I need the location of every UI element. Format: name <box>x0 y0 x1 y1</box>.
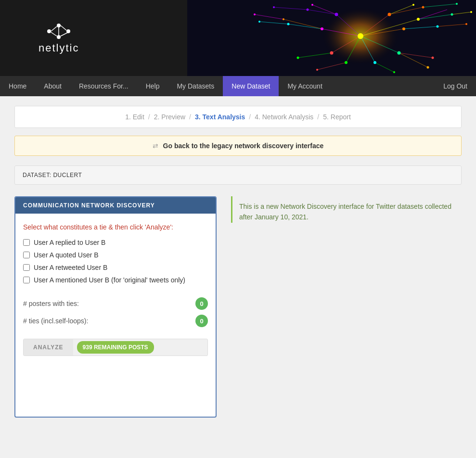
svg-point-51 <box>437 25 439 28</box>
svg-point-66 <box>273 6 275 8</box>
stat-ties-value: 0 <box>195 315 208 327</box>
svg-point-54 <box>432 57 434 59</box>
checkbox-replied-input[interactable] <box>23 239 30 246</box>
svg-point-67 <box>258 21 260 23</box>
logo-text: netlytic <box>39 42 79 54</box>
svg-point-49 <box>345 61 347 64</box>
svg-point-44 <box>398 51 401 55</box>
svg-point-60 <box>283 18 284 20</box>
nav-resources[interactable]: Resources For... <box>70 76 137 96</box>
analyze-row: ANALYZE 939 REMAINING POSTS <box>23 339 208 356</box>
step-5[interactable]: 5. Report <box>323 113 351 121</box>
checkbox-mentioned-input[interactable] <box>23 277 30 283</box>
svg-point-43 <box>417 18 420 21</box>
network-visualization <box>187 0 476 76</box>
svg-point-61 <box>297 57 299 59</box>
stat-posters-value: 0 <box>195 297 208 310</box>
svg-point-58 <box>311 4 313 6</box>
checkbox-mentioned-label: User A mentioned User B (for 'original' … <box>34 276 185 284</box>
stat-ties-label: # ties (incl.self-loops): <box>23 317 88 325</box>
checkbox-quoted: User A quoted User B <box>23 251 208 259</box>
legacy-link[interactable]: Go back to the legacy network discovery … <box>163 142 324 150</box>
checkbox-quoted-label: User A quoted User B <box>34 251 99 259</box>
svg-point-48 <box>330 51 334 55</box>
svg-point-56 <box>393 71 395 73</box>
svg-point-52 <box>451 13 453 16</box>
nav-help[interactable]: Help <box>137 76 168 96</box>
svg-point-63 <box>456 3 458 5</box>
step-2[interactable]: 2. Preview <box>154 113 185 121</box>
svg-point-55 <box>427 66 429 69</box>
step-1[interactable]: 1. Edit <box>125 113 144 121</box>
svg-point-65 <box>470 11 472 13</box>
info-panel: This is a new Network Discovery interfac… <box>231 196 462 223</box>
svg-point-3 <box>57 35 61 39</box>
legacy-banner: ⇄ Go back to the legacy network discover… <box>14 136 462 156</box>
svg-point-0 <box>47 29 51 33</box>
svg-point-47 <box>321 27 323 30</box>
svg-point-68 <box>254 13 256 15</box>
comm-card-body: Select what constitutes a tie & then cli… <box>15 214 216 366</box>
nav-my-datasets[interactable]: My Datasets <box>168 76 223 96</box>
info-text: This is a new Network Discovery interfac… <box>239 201 462 223</box>
svg-line-4 <box>51 26 57 31</box>
comm-card: COMMUNICATION NETWORK DISCOVERY Select w… <box>14 196 217 418</box>
main-content: 1. Edit / 2. Preview / 3. Text Analysis … <box>0 96 476 433</box>
svg-point-62 <box>316 69 318 71</box>
svg-point-50 <box>422 6 425 9</box>
remaining-badge: 939 REMAINING POSTS <box>77 341 154 354</box>
svg-point-40 <box>358 33 363 39</box>
checkbox-quoted-input[interactable] <box>23 252 30 258</box>
nav-home[interactable]: Home <box>0 76 35 96</box>
step-4[interactable]: 4. Network Analysis <box>255 113 313 121</box>
nav-items: Home About Resources For... Help My Data… <box>0 76 435 96</box>
svg-line-5 <box>61 25 66 30</box>
svg-point-41 <box>388 13 391 16</box>
svg-line-6 <box>61 32 68 36</box>
checkbox-retweeted-label: User A retweeted User B <box>34 264 107 271</box>
navigation: Home About Resources For... Help My Data… <box>0 76 476 96</box>
legacy-icon: ⇄ <box>153 142 158 150</box>
svg-point-46 <box>335 13 338 16</box>
analyze-button[interactable]: ANALYZE <box>24 339 73 356</box>
checkbox-retweeted: User A retweeted User B <box>23 264 208 271</box>
steps-bar: 1. Edit / 2. Preview / 3. Text Analysis … <box>14 106 462 128</box>
svg-point-45 <box>373 61 376 64</box>
checkbox-replied-label: User A replied to User B <box>34 239 105 246</box>
dataset-label: DATASET: DUCLERT <box>14 165 462 185</box>
logo-icon <box>44 22 73 41</box>
svg-point-64 <box>465 23 467 25</box>
checkbox-replied: User A replied to User B <box>23 239 208 246</box>
svg-point-57 <box>307 9 309 11</box>
logout-link[interactable]: Log Out <box>435 76 476 96</box>
svg-point-1 <box>57 24 61 27</box>
svg-point-42 <box>402 27 405 30</box>
checkbox-retweeted-input[interactable] <box>23 264 30 271</box>
stat-ties: # ties (incl.self-loops): 0 <box>23 315 208 327</box>
stats-section: # posters with ties: 0 # ties (incl.self… <box>23 295 208 327</box>
svg-point-59 <box>287 23 290 25</box>
dataset-name: DUCLERT <box>53 172 82 178</box>
nav-new-dataset[interactable]: New Dataset <box>223 76 279 96</box>
select-prompt: Select what constitutes a tie & then cli… <box>23 223 208 231</box>
stat-posters: # posters with ties: 0 <box>23 297 208 310</box>
checkbox-mentioned: User A mentioned User B (for 'original' … <box>23 276 208 284</box>
svg-point-53 <box>412 4 414 6</box>
header: netlytic <box>0 0 476 76</box>
logo: netlytic <box>39 22 79 54</box>
nav-my-account[interactable]: My Account <box>279 76 331 96</box>
nav-about[interactable]: About <box>35 76 70 96</box>
stat-posters-label: # posters with ties: <box>23 300 79 307</box>
comm-card-header: COMMUNICATION NETWORK DISCOVERY <box>15 197 216 214</box>
svg-line-7 <box>51 32 57 36</box>
comm-section: COMMUNICATION NETWORK DISCOVERY Select w… <box>14 196 462 418</box>
step-3[interactable]: 3. Text Analysis <box>195 113 245 121</box>
